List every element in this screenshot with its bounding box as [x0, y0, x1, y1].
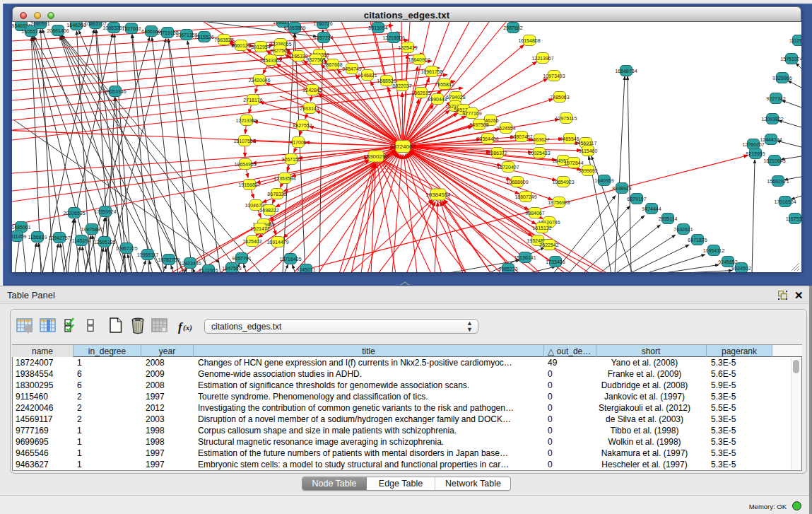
svg-text:1972644: 1972644	[564, 160, 583, 165]
svg-text:15751074: 15751074	[780, 57, 801, 62]
svg-text:12213389: 12213389	[235, 118, 257, 123]
svg-text:10973493: 10973493	[543, 74, 565, 78]
svg-text:9777169: 9777169	[462, 111, 481, 116]
svg-text:16053809: 16053809	[283, 25, 305, 30]
svg-text:2935114: 2935114	[659, 216, 678, 221]
svg-text:16210643: 16210643	[763, 158, 785, 163]
svg-text:1362615: 1362615	[411, 90, 430, 95]
svg-text:9457791: 9457791	[232, 256, 251, 261]
svg-text:8660125: 8660125	[231, 43, 250, 48]
svg-text:9146821: 9146821	[358, 73, 377, 78]
svg-text:18640910: 18640910	[408, 57, 430, 62]
svg-text:(x): (x)	[183, 323, 192, 332]
svg-text:23420046: 23420046	[248, 78, 270, 83]
svg-text:1325419: 1325419	[398, 45, 417, 50]
svg-text:16914479: 16914479	[266, 240, 288, 245]
svg-text:12975115: 12975115	[555, 116, 577, 121]
svg-text:18724007: 18724007	[390, 144, 416, 150]
svg-text:12093822: 12093822	[761, 117, 783, 122]
svg-text:1640959: 1640959	[594, 178, 613, 183]
svg-text:15720407: 15720407	[497, 165, 519, 170]
svg-text:6497568: 6497568	[469, 122, 488, 127]
svg-text:18807249: 18807249	[514, 194, 536, 199]
svg-text:19654923: 19654923	[552, 180, 574, 185]
svg-text:917006: 917006	[290, 140, 306, 145]
svg-text:12218506: 12218506	[382, 35, 404, 40]
svg-text:9985273: 9985273	[498, 267, 517, 271]
svg-text:9242845: 9242845	[302, 88, 322, 93]
svg-text:8215955: 8215955	[746, 151, 765, 156]
svg-text:16107553: 16107553	[233, 139, 255, 144]
svg-text:1847563: 1847563	[222, 266, 241, 271]
svg-text:7386372: 7386372	[488, 151, 507, 156]
svg-text:8938923: 8938923	[612, 186, 631, 191]
svg-text:2903144: 2903144	[300, 106, 319, 111]
svg-text:12213967: 12213967	[531, 56, 553, 61]
svg-text:8024502: 8024502	[731, 266, 751, 271]
svg-text:8827552: 8827552	[293, 123, 312, 128]
svg-text:20364436: 20364436	[476, 136, 498, 141]
svg-text:1521473: 1521473	[250, 226, 269, 231]
svg-text:6794028: 6794028	[446, 95, 465, 100]
svg-text:16648784: 16648784	[615, 69, 637, 74]
svg-text:10807487: 10807487	[510, 134, 532, 139]
svg-text:7663822: 7663822	[214, 37, 233, 42]
svg-text:9474444: 9474444	[642, 206, 661, 211]
svg-text:12760207: 12760207	[742, 142, 764, 147]
svg-text:9245071: 9245071	[296, 267, 315, 272]
svg-text:9329966: 9329966	[772, 76, 792, 81]
svg-text:7485063: 7485063	[550, 95, 569, 100]
svg-text:8813054: 8813054	[368, 25, 387, 30]
svg-text:15692971: 15692971	[767, 179, 789, 184]
svg-text:17016504: 17016504	[774, 199, 796, 204]
svg-text:19166827: 19166827	[238, 182, 260, 187]
svg-text:19384554: 19384554	[425, 192, 451, 198]
svg-text:8186328: 8186328	[288, 54, 307, 59]
svg-text:9327505: 9327505	[306, 57, 325, 62]
svg-text:9327506: 9327506	[270, 48, 289, 53]
svg-text:10688609: 10688609	[506, 180, 528, 185]
svg-text:19654955: 19654955	[234, 162, 256, 167]
svg-text:18300295: 18300295	[363, 153, 389, 160]
svg-text:1733426: 1733426	[546, 259, 565, 264]
svg-text:10025433: 10025433	[528, 151, 550, 156]
svg-text:8471876: 8471876	[688, 238, 707, 243]
svg-text:12444194: 12444194	[760, 137, 782, 142]
svg-text:1760726: 1760726	[313, 22, 332, 26]
svg-text:1615132: 1615132	[532, 226, 551, 230]
svg-text:8678332: 8678332	[267, 192, 286, 197]
svg-text:2718176: 2718176	[243, 98, 262, 103]
svg-text:16543362: 16543362	[259, 58, 281, 63]
svg-text:9115460: 9115460	[579, 148, 598, 153]
svg-text:7357224: 7357224	[314, 35, 333, 40]
svg-text:2087682: 2087682	[503, 25, 522, 30]
svg-text:2522542: 2522542	[539, 243, 558, 247]
svg-text:15716485: 15716485	[279, 257, 301, 262]
svg-text:15136141: 15136141	[514, 255, 536, 260]
svg-text:16154808: 16154808	[518, 38, 540, 43]
svg-text:8990448: 8990448	[428, 97, 447, 102]
svg-text:8822037: 8822037	[392, 83, 411, 88]
svg-text:6879197: 6879197	[627, 197, 646, 201]
svg-text:9899695: 9899695	[578, 168, 597, 173]
svg-text:3912954: 3912954	[251, 45, 270, 49]
svg-text:2867608: 2867608	[323, 62, 342, 67]
svg-text:9245652: 9245652	[718, 259, 737, 264]
svg-text:8454749: 8454749	[342, 66, 361, 71]
svg-text:19756928: 19756928	[548, 200, 570, 205]
svg-text:3498222: 3498222	[259, 208, 278, 213]
svg-text:10654112: 10654112	[703, 248, 725, 253]
svg-text:14569117: 14569117	[575, 141, 597, 146]
svg-text:1112603: 1112603	[789, 38, 801, 43]
svg-text:9227342: 9227342	[766, 96, 785, 101]
svg-text:1167533: 1167533	[786, 216, 801, 221]
svg-text:16961758: 16961758	[420, 69, 442, 74]
svg-text:3624554: 3624554	[496, 126, 515, 131]
svg-text:7625402: 7625402	[242, 239, 261, 244]
svg-text:7955812: 7955812	[435, 82, 454, 87]
svg-text:9884067: 9884067	[525, 211, 544, 216]
svg-text:9463627: 9463627	[530, 137, 549, 142]
svg-text:12353594: 12353594	[273, 176, 295, 181]
svg-text:3267150: 3267150	[281, 157, 300, 162]
svg-text:1588520: 1588520	[377, 78, 396, 83]
